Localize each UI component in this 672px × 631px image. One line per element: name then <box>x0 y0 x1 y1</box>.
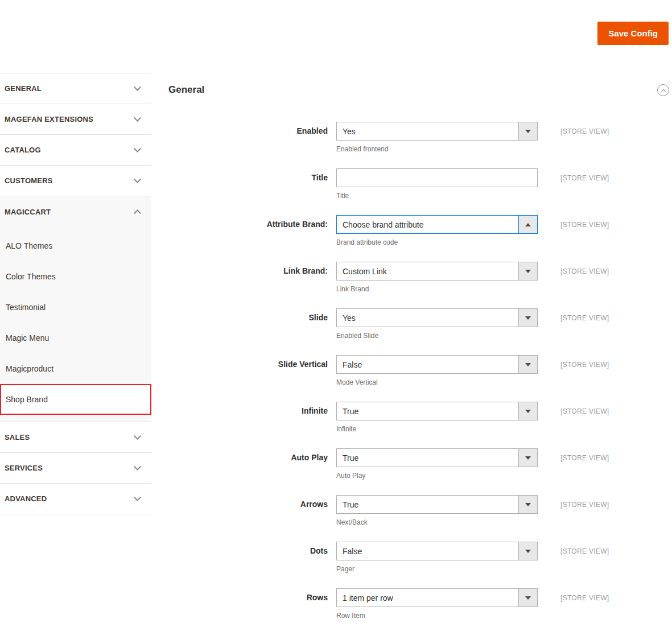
select-arrow-button[interactable] <box>518 402 537 420</box>
field-hint: Next/Back <box>336 518 538 526</box>
scope-label: [STORE VIEW] <box>560 168 609 200</box>
field-row-link-brand: Link Brand:Custom LinkLink Brand[STORE V… <box>168 262 672 293</box>
chevron-down-icon <box>134 176 141 183</box>
field-row-enabled: EnabledYesEnabled frontend[STORE VIEW] <box>168 122 672 153</box>
save-config-button[interactable]: Save Config <box>597 22 669 45</box>
sidebar-section-advanced[interactable]: ADVANCED <box>0 484 151 514</box>
config-sidebar-nav: GENERALMAGEFAN EXTENSIONSCATALOGCUSTOMER… <box>0 73 151 514</box>
select-value: False <box>337 542 518 560</box>
field-row-slide-vertical: Slide VerticalFalseMode Vertical[STORE V… <box>168 355 672 386</box>
caret-down-icon <box>525 596 531 600</box>
select-value: Custom Link <box>337 262 518 280</box>
scope-label: [STORE VIEW] <box>560 308 609 340</box>
select-arrow-button[interactable] <box>518 262 537 280</box>
field-select-dots[interactable]: False <box>336 542 538 560</box>
caret-down-icon <box>525 503 531 506</box>
sidebar-item-magicproduct[interactable]: Magicproduct <box>0 353 151 384</box>
select-arrow-button[interactable] <box>518 356 537 373</box>
field-hint: Row Item <box>336 612 538 620</box>
field-row-auto-play: Auto PlayTrueAuto Play[STORE VIEW] <box>168 448 672 480</box>
sidebar-item-alo-themes[interactable]: ALO Themes <box>0 230 151 261</box>
sidebar-section-customers[interactable]: CUSTOMERS <box>0 166 151 196</box>
select-arrow-button[interactable] <box>518 542 537 560</box>
section-title: General <box>168 84 204 96</box>
field-row-rows: Rows1 item per rowRow Item[STORE VIEW] <box>168 588 672 620</box>
field-label-link-brand: Link Brand: <box>168 262 328 293</box>
field-control: TrueAuto Play <box>336 448 538 480</box>
sidebar-section-catalog[interactable]: CATALOG <box>0 135 151 166</box>
sidebar-item-shop-brand[interactable]: Shop Brand <box>0 384 151 415</box>
sidebar-section-label: SALES <box>5 433 30 442</box>
collapse-section-icon[interactable] <box>657 84 669 96</box>
select-arrow-button[interactable] <box>518 589 537 607</box>
field-label-attribute-brand: Attribute Brand: <box>168 215 328 246</box>
scope-label: [STORE VIEW] <box>560 215 609 246</box>
caret-down-icon <box>525 316 531 320</box>
select-value: False <box>337 356 518 373</box>
select-arrow-button[interactable] <box>518 216 537 233</box>
field-select-enabled[interactable]: Yes <box>336 122 538 141</box>
select-arrow-button[interactable] <box>518 309 537 327</box>
chevron-down-icon <box>134 114 141 122</box>
sidebar-section-label: ADVANCED <box>5 494 47 503</box>
caret-down-icon <box>525 363 531 366</box>
sidebar-item-magic-menu[interactable]: Magic Menu <box>0 323 151 353</box>
field-hint: Enabled Slide <box>336 332 538 340</box>
field-label-enabled: Enabled <box>168 122 328 153</box>
select-arrow-button[interactable] <box>518 449 537 467</box>
select-value: Yes <box>337 122 518 140</box>
scope-label: [STORE VIEW] <box>560 122 609 153</box>
chevron-up-icon <box>661 89 665 93</box>
field-control: Custom LinkLink Brand <box>336 262 538 293</box>
sidebar-section-sales[interactable]: SALES <box>0 422 151 453</box>
scope-label: [STORE VIEW] <box>560 495 609 526</box>
sidebar-item-color-themes[interactable]: Color Themes <box>0 261 151 292</box>
select-arrow-button[interactable] <box>518 496 537 513</box>
field-hint: Mode Vertical <box>336 378 538 386</box>
field-select-rows[interactable]: 1 item per row <box>336 588 538 607</box>
field-label-title: Title <box>168 168 328 200</box>
sidebar-section-general[interactable]: GENERAL <box>0 73 151 104</box>
field-select-attribute-brand[interactable]: Choose brand attribute <box>336 215 538 234</box>
scope-label: [STORE VIEW] <box>560 448 609 480</box>
field-label-auto-play: Auto Play <box>168 448 328 480</box>
main-content: General EnabledYesEnabled frontend[STORE… <box>168 73 672 631</box>
field-label-infinite: Infinite <box>168 402 328 433</box>
field-select-link-brand[interactable]: Custom Link <box>336 262 538 281</box>
section-header: General <box>168 83 672 97</box>
field-row-slide: SlideYesEnabled Slide[STORE VIEW] <box>168 308 672 340</box>
top-bar: Save Config <box>0 0 672 57</box>
caret-down-icon <box>525 410 531 413</box>
scope-label: [STORE VIEW] <box>560 355 609 386</box>
sidebar-section-magiccart[interactable]: MAGICCART <box>0 196 151 227</box>
chevron-down-icon <box>134 84 141 91</box>
field-select-arrows[interactable]: True <box>336 495 538 514</box>
select-value: Yes <box>337 309 518 327</box>
select-value: True <box>337 402 518 420</box>
field-label-arrows: Arrows <box>168 495 328 526</box>
field-select-slide[interactable]: Yes <box>336 308 538 327</box>
caret-down-icon <box>525 130 531 133</box>
select-arrow-button[interactable] <box>518 122 537 140</box>
sidebar-item-testimonial[interactable]: Testimonial <box>0 292 151 323</box>
caret-down-icon <box>525 270 531 273</box>
field-row-title: TitleTitle[STORE VIEW] <box>168 168 672 200</box>
field-label-dots: Dots <box>168 542 328 573</box>
field-control: YesEnabled Slide <box>336 308 538 340</box>
field-hint: Title <box>336 192 538 200</box>
field-select-auto-play[interactable]: True <box>336 448 538 467</box>
sidebar-section-label: CUSTOMERS <box>5 176 53 185</box>
field-control: TrueInfinite <box>336 402 538 433</box>
sidebar-section-magefan-extensions[interactable]: MAGEFAN EXTENSIONS <box>0 104 151 135</box>
chevron-down-icon <box>134 463 141 471</box>
sidebar-section-services[interactable]: SERVICES <box>0 453 151 484</box>
field-select-infinite[interactable]: True <box>336 402 538 420</box>
field-row-attribute-brand: Attribute Brand:Choose brand attributeBr… <box>168 215 672 246</box>
field-select-slide-vertical[interactable]: False <box>336 355 538 374</box>
sidebar-section-label: GENERAL <box>5 84 42 93</box>
select-value: True <box>337 496 518 513</box>
field-input-title[interactable] <box>336 168 538 187</box>
field-hint: Infinite <box>336 425 538 433</box>
field-hint: Brand attribute code <box>336 238 538 246</box>
caret-down-icon <box>525 550 531 553</box>
